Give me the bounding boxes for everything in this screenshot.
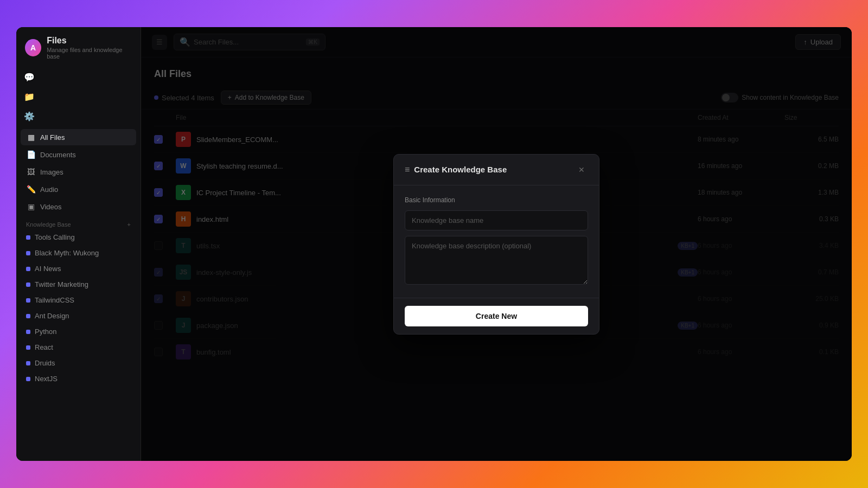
chat-icon[interactable]: 💬 (21, 68, 38, 86)
folder-icon[interactable]: 📁 (21, 88, 38, 105)
sidebar-item-audio[interactable]: ✏️ Audio (21, 181, 136, 197)
modal-header: ≡ Create Knowledge Base ✕ (394, 155, 599, 185)
kb-item-ant-design[interactable]: Ant Design (21, 309, 136, 323)
app-window: A Files Manage files and knowledge base … (16, 27, 852, 461)
modal-title-row: ≡ Create Knowledge Base (405, 165, 507, 175)
modal-close-button[interactable]: ✕ (575, 163, 588, 176)
kb-item-nextjs[interactable]: NextJS (21, 371, 136, 386)
sidebar-title: Files (47, 36, 132, 46)
kb-item-python[interactable]: Python (21, 324, 136, 339)
sidebar-item-documents[interactable]: 📄 Documents (21, 146, 136, 163)
kb-item-ai-news[interactable]: AI News (21, 261, 136, 276)
settings-icon[interactable]: ⚙️ (21, 107, 38, 125)
modal-book-icon: ≡ (405, 165, 410, 175)
kb-dot (26, 377, 30, 381)
kb-item-react[interactable]: React (21, 340, 136, 355)
kb-dot (26, 267, 30, 271)
sidebar: A Files Manage files and knowledge base … (16, 27, 141, 461)
kb-dot (26, 235, 30, 240)
kb-dot (26, 345, 30, 350)
kb-item-black-myth[interactable]: Black Myth: Wukong (21, 246, 136, 260)
kb-dot (26, 282, 30, 287)
main-content: ☰ 🔍 ⌘K ↑ Upload All Files Selected 4 Ite… (141, 27, 852, 461)
modal-body: Basic Information (394, 185, 599, 298)
create-new-button[interactable]: Create New (405, 306, 588, 326)
sidebar-item-videos[interactable]: ▣ Videos (21, 198, 136, 215)
modal-overlay[interactable]: ≡ Create Knowledge Base ✕ Basic Informat… (141, 27, 852, 461)
kb-list: Tools Calling Black Myth: Wukong AI News… (16, 230, 141, 386)
kb-item-druids[interactable]: Druids (21, 356, 136, 370)
kb-section-label: Knowledge Base + (16, 215, 141, 230)
modal-title: Create Knowledge Base (414, 165, 507, 174)
kb-dot (26, 314, 30, 318)
kb-item-twitter[interactable]: Twitter Marketing (21, 277, 136, 292)
sidebar-icon-list: 💬 📁 ⚙️ (16, 68, 141, 125)
kb-dot (26, 298, 30, 303)
sidebar-header: A Files Manage files and knowledge base (16, 36, 141, 68)
documents-icon: 📄 (26, 150, 36, 159)
sidebar-item-all-files[interactable]: ▦ All Files (21, 129, 136, 145)
kb-dot (26, 361, 30, 365)
sidebar-item-images[interactable]: 🖼 Images (21, 164, 136, 180)
kb-dot (26, 251, 30, 255)
images-icon: 🖼 (26, 168, 36, 176)
all-files-icon: ▦ (26, 133, 36, 142)
sidebar-subtitle: Manage files and knowledge base (47, 47, 132, 60)
modal-footer: Create New (394, 298, 599, 334)
audio-icon: ✏️ (26, 185, 36, 194)
kb-item-tools-calling[interactable]: Tools Calling (21, 230, 136, 245)
sidebar-nav: ▦ All Files 📄 Documents 🖼 Images ✏️ Audi… (16, 129, 141, 215)
kb-description-input[interactable] (405, 236, 588, 285)
kb-dot (26, 330, 30, 334)
avatar: A (25, 39, 41, 56)
videos-icon: ▣ (26, 202, 36, 211)
kb-expand-icon[interactable]: + (127, 221, 131, 228)
kb-item-tailwindcss[interactable]: TailwindCSS (21, 293, 136, 307)
modal-section-label: Basic Information (405, 196, 588, 204)
kb-name-input[interactable] (405, 210, 588, 230)
create-kb-modal: ≡ Create Knowledge Base ✕ Basic Informat… (393, 154, 599, 335)
